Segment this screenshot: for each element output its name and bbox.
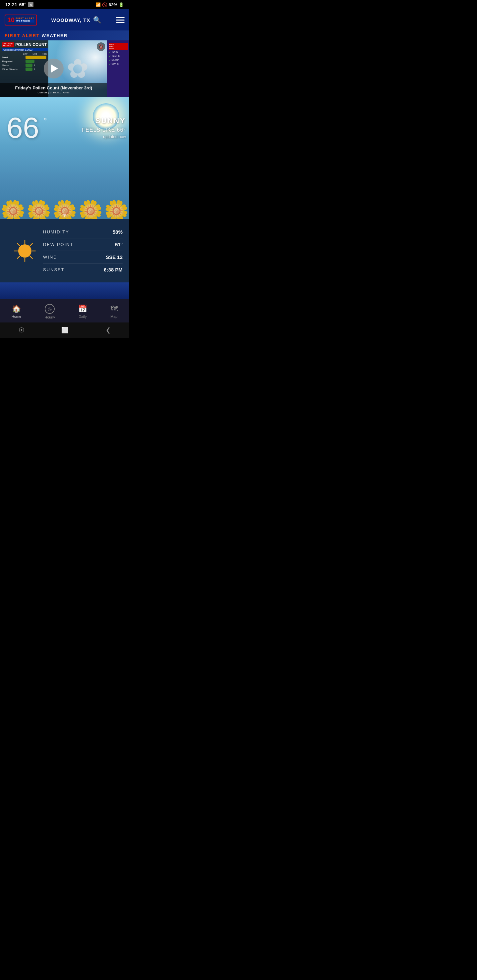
- sun-icon-area: [6, 226, 43, 276]
- otherweeds-bar: [26, 68, 32, 71]
- location-display[interactable]: WOODWAY, TX 🔍: [51, 16, 102, 24]
- humidity-value: 58%: [113, 229, 123, 235]
- news-carousel: FIRST ALERTWEATHER POLLEN COUNT Updated:…: [0, 40, 129, 97]
- weather-main: 🌼 🌼 🌼 🌼 🌼 66 ° SUNNY FEELS LIKE 66° upda…: [0, 97, 129, 219]
- weather-logo-bottom: WEATHER: [16, 19, 34, 22]
- card2-item-4: ✓ SUN S: [108, 62, 128, 65]
- updated-text: updated now: [82, 134, 126, 139]
- flowers-background: 🌼 🌼 🌼 🌼 🌼: [0, 152, 129, 220]
- blue-gradient-spacer: [0, 282, 129, 299]
- check-icon-1: ✓: [108, 51, 111, 54]
- temperature-display: 66 °: [6, 113, 39, 142]
- svg-line-5: [30, 256, 32, 258]
- home-icon: 🏠: [12, 305, 21, 313]
- mute-button[interactable]: 🔇: [97, 42, 105, 51]
- caption-text: Friday's Pollen Count (November 3rd): [3, 86, 104, 91]
- channel-number: 10: [7, 16, 14, 24]
- status-right: 📶 🚫 62% 🔋: [96, 2, 124, 7]
- location-text: WOODWAY, TX: [51, 17, 91, 23]
- play-button[interactable]: [44, 59, 64, 78]
- weather-stats: HUMIDITY 58% DEW POINT 51° WIND SSE 12 S…: [43, 226, 123, 276]
- map-label: Map: [110, 315, 117, 318]
- sun-rays-svg: [13, 239, 37, 262]
- card2-item-3: ✓ EXTRA: [108, 59, 128, 62]
- check-icon-4: ✓: [108, 62, 111, 65]
- degree-symbol: °: [43, 116, 47, 126]
- system-navigation: ⦿ ⬜ ❮: [0, 323, 129, 338]
- battery-icon: 🔋: [119, 2, 124, 7]
- video-caption: Friday's Pollen Count (November 3rd) Cou…: [0, 83, 107, 97]
- svg-line-6: [30, 243, 32, 246]
- temp-status: 66°: [19, 2, 26, 7]
- dew-point-label: DEW POINT: [43, 242, 73, 247]
- temperature-value: 66: [6, 111, 39, 144]
- mold-bar: [26, 56, 46, 59]
- first-alert-bar: FIRST ALERT WEATHER: [0, 30, 129, 40]
- humidity-row: HUMIDITY 58%: [43, 226, 123, 239]
- wind-row: WIND SSE 12: [43, 251, 123, 264]
- wind-value: SSE 12: [106, 254, 123, 260]
- check-icon-3: ✓: [108, 59, 111, 62]
- status-left: 12:21 66° ✕: [5, 2, 34, 7]
- nav-home[interactable]: 🏠 Home: [6, 303, 27, 320]
- card2-logo: FIRSTALERTWEAT: [108, 43, 128, 50]
- courtesy-text: Courtesy of Dr. N.J. Amar: [3, 91, 104, 94]
- back-button[interactable]: ❮: [106, 326, 111, 334]
- time-display: 12:21: [5, 2, 17, 7]
- wind-label: WIND: [43, 255, 57, 259]
- sunset-label: SUNSET: [43, 267, 65, 272]
- home-label: Home: [11, 315, 21, 318]
- mute-icon: 🔇: [98, 45, 103, 49]
- daily-icon: 📅: [78, 305, 87, 313]
- recent-apps-button[interactable]: ⦿: [19, 327, 24, 334]
- humidity-label: HUMIDITY: [43, 229, 69, 234]
- nav-map[interactable]: 🗺 Map: [105, 303, 123, 320]
- feels-like-text: FEELS LIKE 66°: [82, 127, 126, 133]
- map-icon: 🗺: [110, 305, 118, 313]
- app-logo[interactable]: 10 FIRST ALERT WEATHER: [5, 14, 37, 25]
- first-alert-red: FIRST ALERT: [5, 33, 42, 38]
- no-signal-icon: 🚫: [102, 2, 107, 7]
- home-system-button[interactable]: ⬜: [61, 326, 69, 334]
- grass-bar: [26, 64, 32, 67]
- first-alert-logo-top: FIRST ALERT: [16, 17, 34, 19]
- daily-label: Daily: [78, 315, 86, 318]
- flower-1: 🌼: [1, 199, 26, 219]
- wifi-icon: 📶: [96, 2, 101, 7]
- svg-line-4: [17, 243, 19, 246]
- video-card-1[interactable]: FIRST ALERTWEATHER POLLEN COUNT Updated:…: [0, 40, 107, 97]
- status-bar: 12:21 66° ✕ 📶 🚫 62% 🔋: [0, 0, 129, 9]
- dew-point-value: 51°: [115, 242, 123, 247]
- flower-5: 🌼: [104, 199, 129, 219]
- weather-details-panel: HUMIDITY 58% DEW POINT 51° WIND SSE 12 S…: [0, 219, 129, 282]
- condition-text: SUNNY: [82, 116, 126, 125]
- dandelion-icon: ✿: [67, 53, 89, 84]
- first-alert-label: FIRST ALERT WEATHER: [5, 33, 68, 38]
- card2-label-3: EXTRA: [112, 59, 119, 61]
- card2-item-1: ✓ TURN: [108, 51, 128, 54]
- ragweed-bar: [26, 60, 34, 63]
- bottom-navigation: 🏠 Home ◷ Hourly 📅 Daily 🗺 Map: [0, 299, 129, 323]
- chevron-down-icon: ▾: [63, 211, 66, 219]
- hourly-label: Hourly: [45, 315, 55, 319]
- menu-button[interactable]: [116, 17, 124, 23]
- pollen-title: POLLEN COUNT: [15, 42, 47, 47]
- notification-icon: ✕: [28, 2, 34, 7]
- card2-label-1: TURN: [112, 51, 118, 53]
- video-card-2[interactable]: FIRSTALERTWEAT ✓ TURN ✓ TEST S ✓ EXTRA ✓…: [107, 40, 129, 97]
- card2-label-2: TEST S: [112, 55, 120, 57]
- pollen-logo: FIRST ALERTWEATHER: [2, 42, 14, 47]
- condition-area: SUNNY FEELS LIKE 66° updated now: [82, 116, 126, 139]
- app-header: 10 FIRST ALERT WEATHER WOODWAY, TX 🔍: [0, 9, 129, 30]
- sunset-value: 6:38 PM: [104, 267, 123, 272]
- dewpoint-row: DEW POINT 51°: [43, 239, 123, 251]
- flower-2: 🌼: [27, 199, 51, 219]
- hourly-icon: ◷: [45, 304, 55, 314]
- nav-daily[interactable]: 📅 Daily: [73, 303, 93, 320]
- svg-line-7: [17, 256, 19, 258]
- nav-hourly[interactable]: ◷ Hourly: [39, 302, 60, 320]
- flower-4: 🌼: [78, 199, 103, 219]
- card2-item-2: ✓ TEST S: [108, 55, 128, 57]
- search-icon[interactable]: 🔍: [93, 16, 102, 24]
- play-triangle-icon: [51, 64, 58, 73]
